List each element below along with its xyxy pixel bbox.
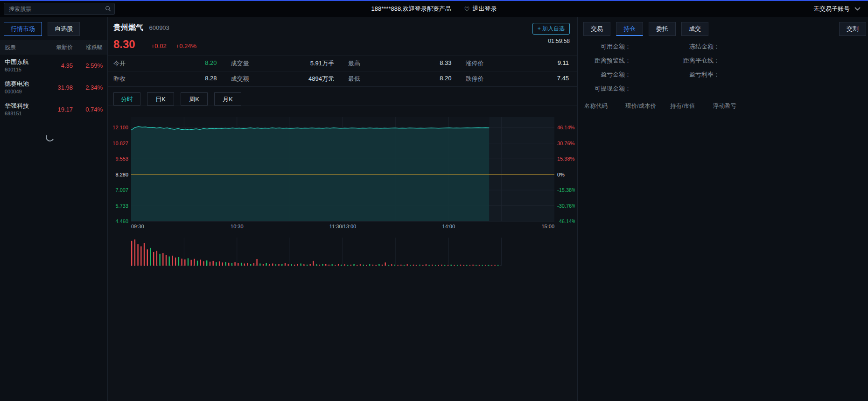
top-bar: 188****888,欢迎登录配资产品 ♡ 退出登录 无交易子账号 — [0, 1, 868, 17]
svg-text:14:00: 14:00 — [442, 224, 455, 229]
stat: 成交额4894万元 — [231, 75, 335, 83]
volume-chart — [110, 236, 575, 269]
stock-row-name: 华强科技 — [5, 102, 40, 109]
market-sidebar: 行情市场自选股 股票最新价涨跌幅 中国东航6001154.352.59%德赛电池… — [0, 17, 108, 401]
sidebar-tab-watchlist[interactable]: 自选股 — [48, 22, 80, 36]
svg-text:10.827: 10.827 — [112, 141, 128, 146]
trading-panel: 交易持仓委托成交交割 可用金额：冻结金额：距离预警线：距离平仓线：盈亏金额：盈亏… — [578, 17, 868, 401]
stat: 最高8.33 — [348, 59, 452, 68]
stock-search — [4, 3, 115, 15]
stat-label: 今开 — [113, 59, 126, 68]
svg-text:0%: 0% — [557, 172, 565, 177]
stock-row-name: 中国东航 — [5, 58, 40, 65]
topbar-center: 188****888,欢迎登录配资产品 ♡ 退出登录 — [371, 5, 497, 13]
svg-text:9.553: 9.553 — [115, 156, 128, 162]
field-label: 可用金额： — [579, 42, 631, 51]
stock-row-name: 德赛电池 — [5, 80, 40, 87]
quote-panel: 贵州燃气 600903 + 加入自选 01:59:58 8.30 +0.02 +… — [108, 17, 578, 401]
quote-time: 01:59:58 — [548, 38, 570, 44]
trading-tabs: 交易持仓委托成交交割 — [578, 17, 868, 36]
trading-tab-settlement[interactable]: 交割 — [839, 22, 866, 36]
chart-area: 12.10046.14%10.82730.76%9.55315.38%8.280… — [108, 113, 577, 269]
svg-text:-30.76%: -30.76% — [557, 203, 575, 209]
sidebar-tabs: 行情市场自选股 — [0, 17, 107, 40]
chart-period-tabs: 分时日K周K月K — [108, 87, 577, 106]
stats-row-2: 昨收8.28成交额4894万元最低8.20跌停价7.45 — [108, 71, 577, 87]
stat-label: 涨停价 — [466, 59, 484, 68]
stock-row-change: 0.74% — [73, 106, 103, 113]
current-price: 8.30 — [113, 38, 135, 51]
chart-tab-week-k[interactable]: 周K — [181, 92, 208, 106]
field-label: 冻结金额： — [667, 42, 720, 51]
stat-value: 8.20 — [440, 75, 451, 83]
table-column-header: 现价/成本价 — [625, 102, 670, 110]
stock-name-box: 德赛电池000049 — [5, 80, 40, 95]
chevron-down-icon — [854, 7, 861, 11]
stat-label: 最低 — [348, 75, 360, 83]
stock-row-change: 2.59% — [73, 62, 103, 69]
trading-tab-deals[interactable]: 成交 — [681, 22, 708, 36]
loading-spinner — [45, 132, 55, 142]
chart-tab-month-k[interactable]: 月K — [214, 92, 241, 106]
stat-value: 5.91万手 — [310, 59, 334, 68]
stock-row[interactable]: 中国东航6001154.352.59% — [0, 55, 107, 77]
svg-text:10:30: 10:30 — [231, 224, 244, 229]
stock-name-box: 华强科技688151 — [5, 102, 40, 117]
heart-icon: ♡ — [464, 6, 470, 13]
svg-text:-15.38%: -15.38% — [557, 187, 575, 193]
trading-tab-positions[interactable]: 持仓 — [616, 22, 643, 36]
stock-row[interactable]: 德赛电池00004931.982.34% — [0, 77, 107, 98]
column-header: 股票 — [5, 43, 40, 51]
stock-row-change: 2.34% — [73, 84, 103, 91]
account-field: 盈亏金额： — [579, 70, 667, 79]
stock-name: 贵州燃气 — [113, 23, 143, 31]
field-label: 可提现金额： — [579, 84, 631, 93]
account-dropdown[interactable]: 无交易子账号 — [813, 5, 861, 13]
table-column-header: 名称代码 — [584, 102, 625, 110]
stat-label: 昨收 — [113, 75, 126, 83]
stat-label: 成交量 — [231, 59, 249, 68]
stat-value: 8.28 — [205, 75, 217, 83]
search-input[interactable] — [4, 3, 115, 15]
logout-button[interactable]: ♡ 退出登录 — [464, 5, 497, 13]
sidebar-tab-market[interactable]: 行情市场 — [4, 22, 42, 36]
stock-row-price: 19.17 — [40, 106, 73, 113]
column-header: 涨跌幅 — [73, 43, 103, 51]
chart-tab-minute[interactable]: 分时 — [113, 92, 140, 106]
account-field: 可用金额： — [579, 42, 667, 51]
svg-text:46.14%: 46.14% — [557, 125, 575, 130]
stock-list-header: 股票最新价涨跌幅 — [0, 40, 107, 55]
stat: 今开8.20 — [113, 59, 217, 68]
trading-tab-orders[interactable]: 委托 — [649, 22, 676, 36]
stock-row-code: 688151 — [5, 111, 40, 117]
stock-row-code: 000049 — [5, 89, 40, 95]
chart-tab-day-k[interactable]: 日K — [147, 92, 174, 106]
column-header: 最新价 — [40, 43, 73, 51]
stock-name-box: 中国东航600115 — [5, 58, 40, 73]
svg-text:12.100: 12.100 — [112, 125, 128, 130]
stock-code: 600903 — [149, 24, 169, 31]
account-field: 可提现金额： — [579, 84, 667, 93]
table-column-header: 持有/市值 — [670, 102, 713, 110]
main-layout: 行情市场自选股 股票最新价涨跌幅 中国东航6001154.352.59%德赛电池… — [0, 17, 868, 401]
svg-text:5.733: 5.733 — [115, 203, 128, 209]
trading-tab-trade[interactable]: 交易 — [583, 22, 610, 36]
stock-row-price: 4.35 — [40, 62, 73, 69]
stock-row[interactable]: 华强科技68815119.170.74% — [0, 98, 107, 120]
account-field: 距离预警线： — [579, 56, 667, 65]
svg-text:30.76%: 30.76% — [557, 141, 575, 146]
welcome-text: 188****888,欢迎登录配资产品 — [371, 5, 451, 13]
stat-label: 跌停价 — [466, 75, 484, 83]
svg-text:15:00: 15:00 — [541, 224, 554, 229]
field-label: 盈亏利率： — [667, 70, 720, 79]
account-field: 距离平仓线： — [667, 56, 765, 65]
account-label: 无交易子账号 — [813, 5, 850, 13]
account-field: 冻结金额： — [667, 42, 765, 51]
positions-table-header: 名称代码现价/成本价持有/市值浮动盈亏 — [578, 102, 868, 110]
svg-text:09:30: 09:30 — [131, 224, 144, 229]
account-summary-fields: 可用金额：冻结金额：距离预警线：距离平仓线：盈亏金额：盈亏利率：可提现金额： — [578, 42, 868, 93]
stock-list: 中国东航6001154.352.59%德赛电池00004931.982.34%华… — [0, 55, 107, 120]
stat-value: 9.11 — [558, 59, 569, 68]
stat: 涨停价9.11 — [466, 59, 569, 68]
add-to-watchlist-button[interactable]: + 加入自选 — [532, 23, 570, 35]
